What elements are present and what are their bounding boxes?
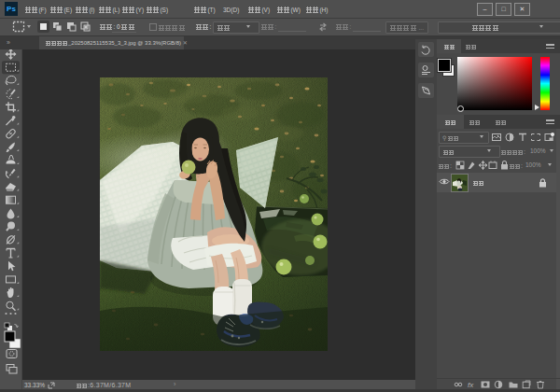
svg-text:fx: fx bbox=[468, 381, 474, 389]
